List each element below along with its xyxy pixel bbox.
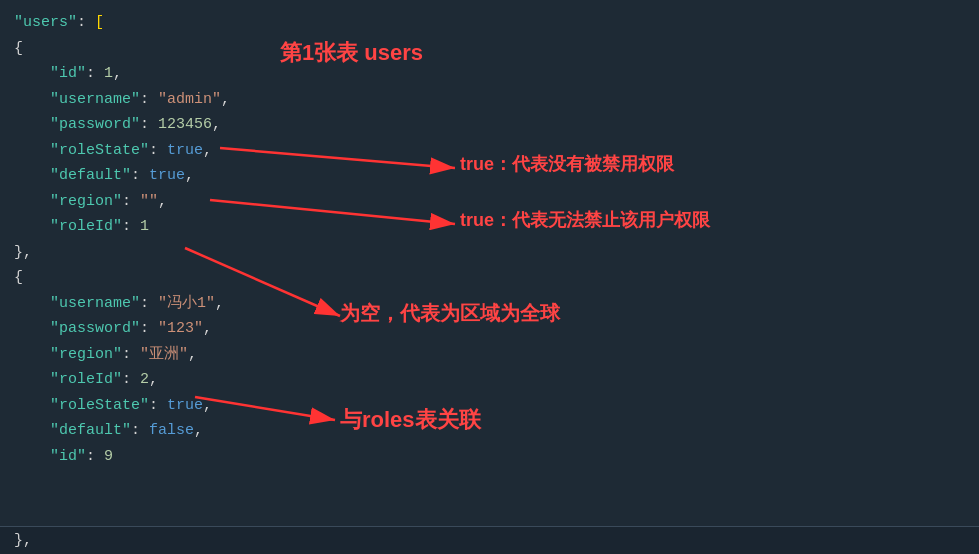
code-line-16: "roleState": true, (14, 393, 965, 419)
code-line-11: { (14, 265, 965, 291)
code-line-1: "users": [ (14, 10, 965, 36)
bottom-bar: }, (0, 526, 979, 554)
code-line-3: "id": 1, (14, 61, 965, 87)
title-annotation: 第1张表 users (280, 38, 423, 68)
code-line-17: "default": false, (14, 418, 965, 444)
code-area: "users": [ { "id": 1, "username": "admin… (0, 0, 979, 554)
bottom-text: }, (14, 532, 32, 549)
annotation-3: 为空，代表为区域为全球 (340, 300, 560, 327)
key-users: "users" (14, 14, 77, 31)
code-line-2: { (14, 36, 965, 62)
code-line-5: "password": 123456, (14, 112, 965, 138)
code-line-15: "roleId": 2, (14, 367, 965, 393)
code-line-10: }, (14, 240, 965, 266)
code-line-18: "id": 9 (14, 444, 965, 470)
code-line-14: "region": "亚洲", (14, 342, 965, 368)
annotation-4: 与roles表关联 (340, 405, 481, 435)
annotation-2: true：代表无法禁止该用户权限 (460, 208, 710, 232)
annotation-1: true：代表没有被禁用权限 (460, 152, 674, 176)
code-line-4: "username": "admin", (14, 87, 965, 113)
